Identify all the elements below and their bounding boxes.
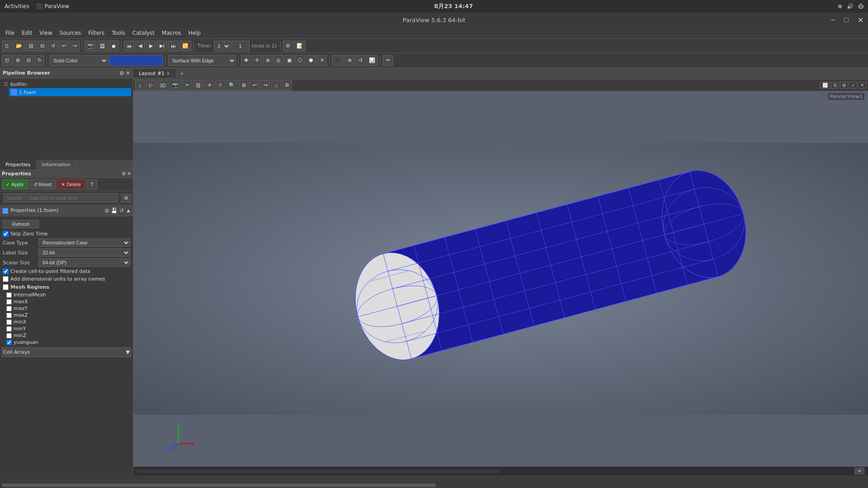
layout-tab-1[interactable]: Layout #1 ✕ — [133, 69, 176, 78]
tab-information[interactable]: Information — [37, 160, 77, 169]
play-button[interactable]: ▶ — [146, 41, 156, 52]
menu-filters[interactable]: Filters — [85, 29, 108, 37]
new-button[interactable]: 🗋 — [2, 41, 12, 52]
render-home-button[interactable]: ⌂ — [271, 80, 281, 91]
mesh-check-minY[interactable] — [6, 326, 12, 332]
render-redo-button[interactable]: ↪ — [260, 80, 270, 91]
render-undo-button[interactable]: ↩ — [250, 80, 259, 91]
color-swatch-input[interactable] — [109, 55, 163, 66]
mesh-check-minX[interactable] — [6, 319, 12, 325]
view-split-v-button[interactable]: ⬜ — [820, 82, 830, 89]
close-button[interactable]: ✕ — [853, 13, 868, 27]
delete-button[interactable]: ✕ Delete — [57, 179, 85, 189]
color-select[interactable]: Solid Color — [49, 55, 108, 66]
render-connect-button[interactable]: ⊞ — [239, 80, 249, 91]
pipeline-settings-button[interactable]: ⚙ — [119, 70, 124, 76]
apply-button[interactable]: ✓ Apply — [2, 179, 28, 189]
screenshot-button[interactable]: 🖼 — [97, 41, 108, 52]
render-query-button[interactable]: ? — [215, 80, 225, 91]
render-interact-button[interactable]: ↕ — [135, 80, 145, 91]
clear-selection-button[interactable]: ✕ — [317, 55, 327, 66]
mesh-check-internalMesh[interactable] — [6, 292, 12, 298]
pipeline-close-button[interactable]: ✕ — [126, 70, 130, 76]
orientation-button[interactable]: ⬛ — [332, 55, 344, 66]
menu-edit[interactable]: Edit — [18, 29, 36, 37]
undo-button[interactable]: ↩ — [59, 41, 69, 52]
select-frustum-button[interactable]: ⬢ — [306, 55, 316, 66]
menu-sources[interactable]: Sources — [56, 29, 85, 37]
view-quad-button[interactable]: ⊞ — [840, 82, 848, 89]
view-maximize-button[interactable]: ⤢ — [849, 82, 857, 89]
activities-label[interactable]: Activities — [5, 3, 29, 9]
search-settings-button[interactable]: ⚙ — [121, 194, 131, 202]
last-frame-button[interactable]: ⏭ — [168, 41, 179, 52]
menu-tools[interactable]: Tools — [108, 29, 129, 37]
search-input[interactable] — [4, 193, 118, 202]
first-frame-button[interactable]: ⏮ — [124, 41, 134, 52]
minimize-button[interactable]: – — [826, 13, 840, 27]
skip-zero-time-checkbox[interactable] — [3, 231, 9, 237]
add-dimensional-checkbox[interactable] — [3, 276, 9, 282]
view-close-button[interactable]: ✕ — [858, 82, 866, 89]
color-legend-button[interactable]: 📊 — [366, 55, 378, 66]
mesh-check-minZ[interactable] — [6, 333, 12, 338]
scalar-size-select[interactable]: 64-bit (DP) — [38, 258, 130, 267]
pipeline-foam-item[interactable]: 1.foam — [9, 88, 131, 96]
select-through-button[interactable]: ◎ — [274, 55, 283, 66]
pipeline-builtin[interactable]: 🗋 builtin: — [2, 80, 131, 88]
connect-button[interactable]: ⛓ — [26, 41, 36, 52]
add-layout-button[interactable]: + — [176, 69, 188, 78]
time-input[interactable] — [231, 41, 250, 52]
redo-button[interactable]: ↪ — [70, 41, 80, 52]
annotation-button[interactable]: ✏ — [383, 55, 393, 66]
representation-select[interactable]: Surface With Edge — [168, 55, 236, 66]
reload-button[interactable]: ↺ — [48, 41, 58, 52]
cell-arrays-header[interactable]: Cell Arrays ▼ — [2, 347, 131, 357]
render-pick-button[interactable]: ✛ — [204, 80, 214, 91]
loop-button[interactable]: 🔁 — [179, 41, 191, 52]
open-button[interactable]: 📂 — [13, 41, 25, 52]
mesh-regions-header[interactable]: Mesh Regions — [2, 283, 131, 291]
create-cell-checkbox[interactable] — [3, 268, 9, 274]
render-viewport[interactable]: RenderView1 — [133, 91, 868, 466]
window-buttons[interactable]: – □ ✕ — [826, 13, 868, 27]
status-close-button[interactable]: ✕ — [854, 468, 864, 474]
scripting-button[interactable]: 📝 — [294, 41, 306, 52]
next-frame-button[interactable]: ▶| — [157, 41, 167, 52]
menu-help[interactable]: Help — [185, 29, 204, 37]
render-camera-button[interactable]: 📷 — [170, 80, 181, 91]
zoom-box-button[interactable]: ⊞ — [13, 55, 23, 66]
render-scissors-button[interactable]: ✂ — [182, 80, 192, 91]
tab-properties[interactable]: Properties — [0, 160, 37, 169]
select-polygon-button[interactable]: ⬡ — [295, 55, 305, 66]
select-visible-button[interactable]: ⊕ — [263, 55, 273, 66]
props-expand-button[interactable]: ▲ — [126, 207, 131, 214]
properties-settings-button[interactable]: ⚙ — [122, 171, 126, 177]
layout-tab-close[interactable]: ✕ — [166, 71, 170, 76]
mesh-regions-checkbox[interactable] — [3, 284, 9, 290]
view-split-h-button[interactable]: ⊟ — [831, 82, 839, 89]
rotate-button[interactable]: ↻ — [34, 55, 44, 66]
select-block-button[interactable]: ▣ — [284, 55, 294, 66]
select-points-button[interactable]: ✚ — [241, 55, 251, 66]
menu-view[interactable]: View — [36, 29, 56, 37]
mesh-check-maxY[interactable] — [6, 306, 12, 311]
menu-file[interactable]: File — [2, 29, 18, 37]
disconnect-button[interactable]: ⊟ — [37, 41, 47, 52]
menu-macros[interactable]: Macros — [158, 29, 185, 37]
refresh-button[interactable]: Refresh — [3, 220, 39, 228]
reset-orient-button[interactable]: ↺ — [355, 55, 365, 66]
props-copy-button[interactable]: ⧉ — [105, 207, 109, 214]
mesh-check-maxX[interactable] — [6, 299, 12, 305]
prev-frame-button[interactable]: ◀ — [135, 41, 145, 52]
settings-button[interactable]: ⚙ — [283, 41, 293, 52]
label-size-select[interactable]: 32-bit — [38, 249, 130, 257]
maximize-button[interactable]: □ — [840, 13, 853, 27]
camera-link-button[interactable]: 📷 — [85, 41, 96, 52]
time-select[interactable]: 2 — [214, 41, 231, 52]
mesh-check-maxZ[interactable] — [6, 313, 12, 318]
case-type-select[interactable]: Reconstructed Case — [38, 239, 130, 247]
props-save-button[interactable]: 💾 — [111, 207, 118, 214]
render-settings2-button[interactable]: ⚙ — [282, 80, 292, 91]
reset-camera-button[interactable]: ⊡ — [2, 55, 12, 66]
